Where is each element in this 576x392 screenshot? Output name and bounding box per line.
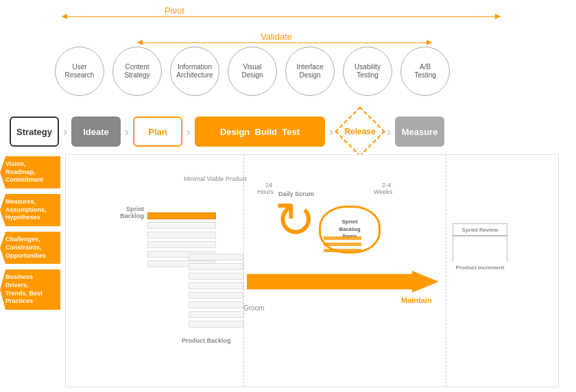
- sprint-backlog-text: SprintBacklog: [120, 206, 144, 219]
- pivot-arrow-left-head: [62, 14, 67, 19]
- product-increment-label: Product Increment: [453, 265, 507, 271]
- circles-row: UserResearch ContentStrategy Information…: [55, 47, 450, 96]
- validate-arrow-left-head: [137, 40, 143, 45]
- circle-info-architecture: InformationArchitecture: [170, 47, 219, 96]
- left-sidebar: Vision,Roadmap,Commitment Measures,Assum…: [0, 156, 60, 310]
- arrow-5: ›: [387, 125, 391, 139]
- arrow-3: ›: [187, 125, 191, 139]
- circle-visual-design: VisualDesign: [228, 47, 277, 96]
- hours-24-label: 24 Hours: [257, 175, 274, 202]
- main-container: Pivot Validate UserResearch ContentStrat…: [0, 0, 576, 392]
- content-border: [65, 154, 559, 387]
- product-backlog-label: Product Backlog: [182, 337, 231, 344]
- strategy-box[interactable]: Strategy: [10, 117, 59, 147]
- arrow-4: ›: [329, 125, 333, 139]
- sprint-review-box: Sprint Review: [453, 223, 507, 236]
- validate-label: Validate: [261, 32, 292, 42]
- arrow-1: ›: [63, 125, 67, 139]
- sidebar-item-business: BusinessDrivers,Trends, BestPractices: [0, 269, 60, 310]
- circle-content-strategy: ContentStrategy: [112, 47, 162, 96]
- sidebar-item-challenges: Challenges,Constraints,Opportunities: [0, 232, 60, 264]
- process-row: Strategy › Ideate › Plan › Design Build …: [10, 117, 444, 147]
- pivot-label: Pivot: [165, 5, 184, 16]
- release-box[interactable]: Release: [337, 117, 383, 147]
- maintain-label: Maintain: [401, 296, 432, 304]
- validate-arrow-right-head: [427, 40, 432, 45]
- circle-user-research: UserResearch: [55, 47, 104, 96]
- weeks-24-label: 2-4 Weeks: [374, 175, 392, 202]
- design-build-test-box[interactable]: Design Build Test: [195, 117, 325, 147]
- measure-box[interactable]: Measure: [395, 117, 444, 147]
- validate-arrow: [137, 42, 432, 43]
- mvp-label: Minimal Viable Product: [184, 175, 247, 182]
- circle-usability-testing: UsabilityTesting: [343, 47, 392, 96]
- groom-label: Groom: [243, 304, 265, 312]
- plan-box[interactable]: Plan: [133, 117, 182, 147]
- product-backlog-stack: [189, 254, 243, 328]
- dashed-v2: [446, 154, 446, 387]
- pivot-arrow: [62, 16, 501, 17]
- arrow-2: ›: [125, 125, 129, 139]
- sprint-lines: [324, 236, 361, 252]
- sidebar-item-measures: Measures,Assumptions,Hypotheses: [0, 194, 60, 226]
- circle-interface-design: InterfaceDesign: [285, 47, 335, 96]
- circle-ab-testing: A/BTesting: [400, 47, 450, 96]
- scrum-circular-arrows: ↻: [274, 195, 315, 245]
- sidebar-item-vision: Vision,Roadmap,Commitment: [0, 156, 60, 188]
- sprint-review-area: Sprint Review Product Increment: [453, 223, 507, 271]
- dashed-v1: [243, 154, 244, 387]
- pivot-arrow-right-head: [495, 14, 501, 19]
- ideate-box[interactable]: Ideate: [71, 117, 121, 147]
